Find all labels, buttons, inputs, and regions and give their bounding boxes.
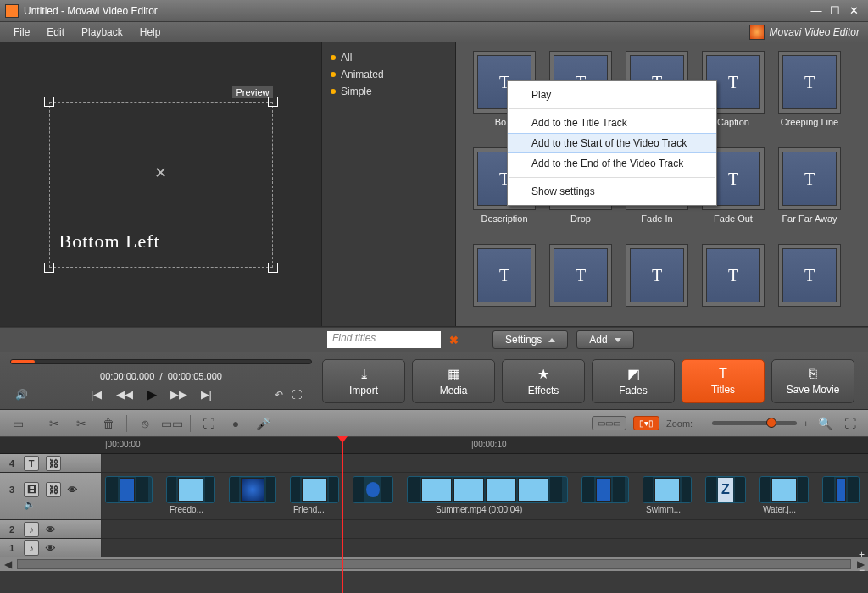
- tab-titles[interactable]: TTitles: [682, 359, 765, 403]
- forward-button[interactable]: ▶▶: [170, 388, 187, 401]
- next-button[interactable]: ▶|: [201, 388, 212, 401]
- title-track-icon: T: [24, 456, 39, 471]
- timecode: 00:00:00.000 / 00:00:05.000: [10, 371, 312, 381]
- handle-tl[interactable]: [44, 97, 54, 107]
- title-item-r3-2[interactable]: T: [544, 244, 617, 337]
- scroll-thumb[interactable]: [17, 559, 851, 569]
- handle-tr[interactable]: [268, 97, 278, 107]
- tool-crop2-icon[interactable]: ⛶: [199, 415, 218, 432]
- tab-save-movie[interactable]: ⎘Save Movie: [771, 359, 854, 403]
- track-4-body[interactable]: [102, 454, 868, 472]
- tool-split-icon[interactable]: ⎋: [136, 415, 154, 432]
- menu-edit[interactable]: Edit: [38, 25, 73, 40]
- add-track-button[interactable]: +: [859, 549, 865, 561]
- tool-select-icon[interactable]: ▭: [8, 415, 27, 432]
- minimize-button[interactable]: —: [807, 4, 826, 18]
- timeline-toolbar: ▭ ✂ ✂ 🗑 ⎋ ▭▭ ⛶ ● 🎤 ▭▭▭ ▯▾▯ Zoom: − + 🔍 ⛶: [0, 410, 868, 437]
- time-current: 00:00:00.000: [100, 371, 154, 381]
- tab-effects[interactable]: ★Effects: [502, 359, 585, 403]
- tool-mic-icon[interactable]: 🎤: [253, 415, 272, 432]
- timeline-hscroll[interactable]: ◀ ▶: [0, 557, 868, 571]
- cm-play[interactable]: Play: [508, 85, 716, 105]
- tool-delete-icon[interactable]: 🗑: [99, 415, 118, 432]
- track-2-body[interactable]: [102, 520, 868, 538]
- zoom-plus[interactable]: +: [804, 418, 809, 429]
- track-3-video: 3🎞⛓👁 🔈 Freedo... Friend... Summer.mp4 (0…: [0, 473, 868, 520]
- transport-bar: 00:00:00.000 / 00:00:05.000 🔊 |◀ ◀◀ ▶ ▶▶…: [0, 352, 868, 410]
- close-button[interactable]: ✕: [844, 4, 863, 18]
- view-storyboard-button[interactable]: ▭▭▭: [592, 416, 626, 430]
- zoom-fit-icon[interactable]: 🔍: [815, 415, 834, 432]
- link-icon-2[interactable]: ⛓: [46, 482, 61, 497]
- video-track-icon: 🎞: [24, 482, 39, 497]
- rewind-button[interactable]: ◀◀: [116, 388, 133, 401]
- menu-playback[interactable]: Playback: [73, 25, 131, 40]
- tool-rec-icon[interactable]: ●: [226, 415, 245, 432]
- import-icon: ⤓: [359, 366, 370, 382]
- tab-media[interactable]: ▦Media: [412, 359, 495, 403]
- fullscreen-icon[interactable]: ⛶: [841, 415, 860, 432]
- seek-bar[interactable]: [10, 359, 312, 364]
- track-1-audio: 1♪👁: [0, 539, 868, 557]
- zoom-slider[interactable]: [712, 421, 797, 425]
- track-1-body[interactable]: [102, 539, 868, 557]
- eye-icon-3[interactable]: 👁: [46, 543, 55, 553]
- tool-group-icon[interactable]: ▭▭: [163, 415, 181, 432]
- title-item-far-far-away[interactable]: TFar Far Away: [773, 147, 846, 241]
- view-timeline-button[interactable]: ▯▾▯: [633, 416, 659, 430]
- eye-icon[interactable]: 👁: [68, 485, 77, 495]
- handle-br[interactable]: [268, 263, 278, 273]
- volume-icon[interactable]: 🔊: [15, 389, 28, 401]
- title-item-r3-1[interactable]: T: [468, 244, 541, 337]
- preview-title-text[interactable]: Bottom Left: [59, 230, 160, 252]
- category-all[interactable]: All: [331, 49, 447, 66]
- clip-label-friend: Friend...: [293, 505, 325, 514]
- clip-label-summer: Summer.mp4 (0:00:04): [436, 505, 522, 514]
- time-ruler[interactable]: |00:00:00 |00:00:10: [0, 437, 868, 454]
- title-item-r3-3[interactable]: T: [620, 244, 693, 337]
- play-button[interactable]: ▶: [147, 386, 157, 402]
- titles-panel: TBo... T T TCaption TCreeping Line TDesc…: [456, 42, 868, 326]
- search-input[interactable]: Find titles: [327, 331, 441, 348]
- tab-import[interactable]: ⤓Import: [322, 359, 405, 403]
- tool-cut2-icon[interactable]: ✂: [72, 415, 91, 432]
- tab-fades[interactable]: ◩Fades: [592, 359, 675, 403]
- scroll-left-icon[interactable]: ◀: [0, 558, 15, 570]
- handle-bl[interactable]: [44, 263, 54, 273]
- undo-button[interactable]: ↶: [275, 389, 283, 401]
- category-simple[interactable]: Simple: [331, 83, 447, 100]
- playhead[interactable]: [342, 437, 343, 593]
- title-item-r3-5[interactable]: T: [773, 244, 846, 337]
- menu-file[interactable]: File: [5, 25, 38, 40]
- zoom-knob[interactable]: [766, 418, 776, 428]
- speaker-icon[interactable]: 🔈: [24, 499, 36, 510]
- top-area: Preview ✕ Bottom Left All Animated Simpl…: [0, 42, 868, 327]
- media-icon: ▦: [448, 366, 460, 382]
- preview-box[interactable]: Preview ✕ Bottom Left: [34, 86, 288, 283]
- cm-add-start-video[interactable]: Add to the Start of the Video Track: [508, 133, 716, 153]
- clip-label-freedo: Freedo...: [170, 505, 203, 514]
- audio-track-icon: ♪: [24, 522, 39, 537]
- prev-button[interactable]: |◀: [91, 388, 102, 401]
- eye-icon-2[interactable]: 👁: [46, 524, 55, 535]
- categories-pane: All Animated Simple: [322, 42, 456, 326]
- zoom-minus[interactable]: −: [699, 418, 704, 429]
- menu-help[interactable]: Help: [131, 25, 170, 40]
- cm-add-title-track[interactable]: Add to the Title Track: [508, 113, 716, 133]
- cm-show-settings[interactable]: Show settings: [508, 181, 716, 202]
- crop-button[interactable]: ⛶: [292, 389, 302, 401]
- tool-cut-icon[interactable]: ✂: [45, 415, 64, 432]
- link-icon[interactable]: ⛓: [46, 456, 61, 471]
- cm-add-end-video[interactable]: Add to the End of the Video Track: [508, 153, 716, 174]
- category-animated[interactable]: Animated: [331, 66, 447, 83]
- preview-badge: Preview: [232, 86, 272, 98]
- track-3-body[interactable]: Freedo... Friend... Summer.mp4 (0:00:04)…: [102, 473, 868, 519]
- track-2-audio: 2♪👁: [0, 520, 868, 539]
- clip-label-swimm: Swimm...: [646, 505, 681, 514]
- save-icon: ⎘: [809, 366, 817, 381]
- clear-search-icon[interactable]: ✖: [449, 334, 459, 346]
- title-item-creeping-line[interactable]: TCreeping Line: [773, 51, 846, 144]
- title-item-r3-4[interactable]: T: [697, 244, 770, 337]
- maximize-button[interactable]: ☐: [826, 4, 844, 18]
- remove-track-button[interactable]: −: [859, 564, 865, 576]
